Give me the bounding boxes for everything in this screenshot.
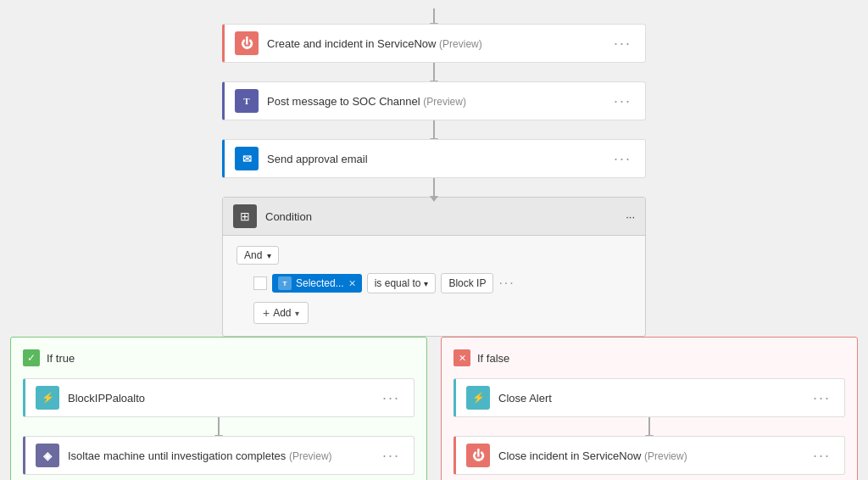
connector-arrow-1	[433, 63, 435, 81]
condition-operator-select[interactable]: is equal to ▾	[367, 273, 437, 293]
add-label: Add	[273, 307, 291, 319]
value-text: Block IP	[448, 277, 486, 289]
condition-block: ⊞ Condition ··· And ▾ T Selected... ✕	[222, 197, 646, 337]
true-badge: ✓	[23, 349, 40, 366]
power-icon: ⏻	[241, 36, 253, 50]
action-label-text: Close Alert	[498, 392, 552, 405]
action-email-label: Send approval email	[267, 153, 610, 165]
action-preview-text: (Preview)	[423, 96, 466, 108]
condition-title: Condition	[265, 210, 626, 223]
isolate-label: Isoltae machine until investigation comp…	[68, 449, 379, 462]
condition-more-button[interactable]: ···	[626, 210, 635, 223]
condition-row-more-button[interactable]: ···	[498, 276, 515, 291]
action-preview-text: (Preview)	[289, 450, 332, 462]
action-more-button[interactable]: ···	[379, 447, 403, 465]
branch-connector-arrow	[648, 417, 650, 436]
add-condition-button[interactable]: + Add ▾	[253, 302, 309, 324]
tag-remove-button[interactable]: ✕	[348, 278, 356, 289]
branch-false-label: If false	[477, 352, 509, 365]
action-block-ip[interactable]: ⚡ BlockIPPaloalto ···	[23, 378, 415, 417]
block-ip-label: BlockIPPaloalto	[68, 392, 379, 405]
action-label-text: Close incident in ServiceNow	[498, 449, 641, 462]
branch-true-header: ✓ If true	[23, 349, 415, 366]
action-teams-label: Post message to SOC Channel (Preview)	[267, 95, 610, 108]
tag-teams-icon: T	[278, 276, 292, 290]
condition-icon: ⊞	[233, 204, 257, 228]
action-isolate[interactable]: ◈ Isoltae machine until investigation co…	[23, 436, 415, 475]
condition-row: T Selected... ✕ is equal to ▾ Block IP ·…	[253, 273, 632, 293]
branch-false: ✕ If false ⚡ Close Alert ··· ⏻ Clo	[441, 337, 858, 480]
close-incident-label: Close incident in ServiceNow (Preview)	[498, 449, 810, 462]
action-more-button[interactable]: ···	[610, 35, 635, 53]
condition-body: And ▾ T Selected... ✕ is equal to ▾ Blo	[223, 236, 645, 336]
action-label-text: Post message to SOC Channel	[267, 95, 420, 108]
action-more-button[interactable]: ···	[610, 150, 635, 168]
connector-arrow-3	[433, 178, 435, 197]
action-label-text: Isoltae machine until investigation comp…	[68, 449, 286, 462]
action-close-alert[interactable]: ⚡ Close Alert ···	[453, 378, 845, 417]
branch-true: ✓ If true ⚡ BlockIPPaloalto ··· ◈	[10, 337, 427, 480]
action-label-text: Send approval email	[267, 153, 368, 165]
condition-checkbox[interactable]	[253, 276, 267, 290]
condition-tag[interactable]: T Selected... ✕	[272, 274, 362, 293]
power-icon: ⏻	[466, 444, 490, 467]
connector-arrow-2	[433, 120, 435, 139]
lightning-icon: ⚡	[466, 386, 490, 410]
and-label: And	[244, 249, 262, 261]
chevron-down-icon: ▾	[295, 309, 299, 318]
condition-value-input[interactable]: Block IP	[441, 273, 493, 293]
teams-icon: T	[235, 89, 259, 113]
action-more-button[interactable]: ···	[810, 447, 834, 465]
connector-arrow-top	[433, 8, 435, 24]
action-servicenow-label: Create and incident in ServiceNow (Previ…	[267, 37, 610, 50]
action-label-text: BlockIPPaloalto	[68, 392, 145, 405]
action-more-button[interactable]: ···	[810, 389, 834, 407]
action-close-incident[interactable]: ⏻ Close incident in ServiceNow (Preview)…	[453, 436, 845, 475]
action-more-button[interactable]: ···	[379, 389, 403, 407]
chevron-down-icon: ▾	[267, 251, 271, 260]
action-more-button[interactable]: ···	[610, 92, 635, 110]
plus-icon: +	[263, 306, 270, 320]
false-badge: ✕	[453, 349, 470, 366]
split-section: ✓ If true ⚡ BlockIPPaloalto ··· ◈	[10, 337, 858, 480]
chevron-down-icon: ▾	[424, 279, 428, 288]
email-icon: ✉	[235, 147, 259, 170]
action-teams-post[interactable]: T Post message to SOC Channel (Preview) …	[222, 81, 646, 120]
action-label-text: Create and incident in ServiceNow	[267, 37, 436, 50]
and-dropdown[interactable]: And ▾	[236, 246, 279, 265]
workflow-canvas: ⏻ Create and incident in ServiceNow (Pre…	[0, 0, 868, 480]
lightning-icon: ⚡	[36, 386, 59, 410]
branch-false-header: ✕ If false	[453, 349, 845, 366]
action-servicenow-create[interactable]: ⏻ Create and incident in ServiceNow (Pre…	[222, 24, 646, 63]
condition-header: ⊞ Condition ···	[223, 198, 645, 236]
close-alert-label: Close Alert	[498, 392, 810, 405]
servicenow-icon: ⏻	[235, 31, 259, 55]
cube-icon: ◈	[36, 444, 59, 467]
action-preview-text: (Preview)	[644, 450, 687, 462]
branch-true-label: If true	[47, 352, 75, 365]
action-send-email[interactable]: ✉ Send approval email ···	[222, 139, 646, 178]
tag-text: Selected...	[296, 277, 344, 289]
operator-text: is equal to	[375, 277, 421, 289]
branch-connector-arrow	[218, 417, 220, 436]
action-preview-text: (Preview)	[439, 38, 482, 50]
